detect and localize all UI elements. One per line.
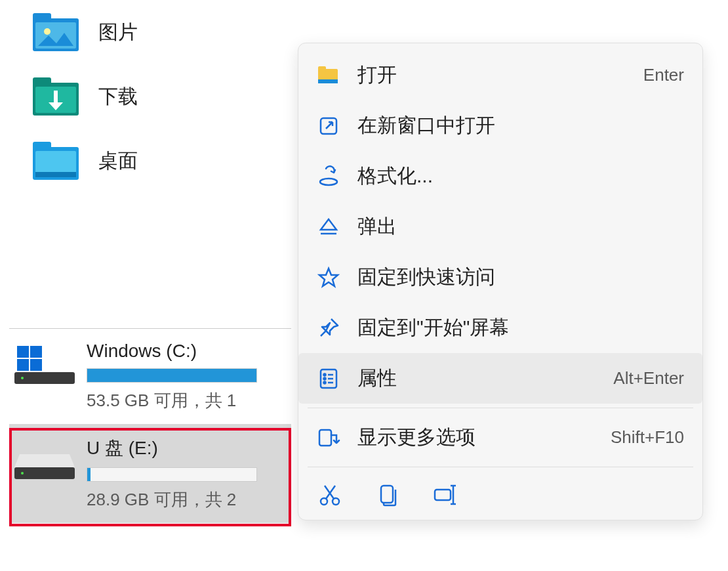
svg-rect-10 (35, 172, 76, 177)
svg-rect-21 (318, 79, 338, 83)
svg-point-18 (21, 472, 24, 475)
svg-point-27 (324, 377, 326, 379)
rename-button[interactable] (432, 482, 458, 508)
drives-section: Windows (C:) 53.5 GB 可用，共 1 U 盘 (E:) 28.… (9, 328, 291, 523)
drive-info: U 盘 (E:) 28.9 GB 可用，共 2 (87, 436, 291, 511)
drive-icon (14, 345, 75, 384)
folder-label: 图片 (98, 19, 138, 46)
svg-point-12 (21, 377, 24, 379)
sidebar-item-pictures[interactable]: 图片 (0, 0, 295, 64)
svg-point-34 (333, 498, 339, 505)
menu-label: 打开 (357, 62, 626, 89)
context-menu: 打开 Enter 在新窗口中打开 格式化... 弹出 固定到快速访问 固定到"开… (298, 43, 703, 520)
menu-shortcut: Shift+F10 (611, 427, 684, 448)
svg-rect-32 (319, 430, 331, 446)
svg-rect-13 (17, 346, 29, 358)
svg-rect-5 (33, 77, 51, 85)
svg-rect-15 (17, 359, 29, 371)
eject-icon (317, 215, 340, 239)
more-icon (317, 426, 340, 450)
svg-point-23 (320, 179, 337, 185)
svg-rect-1 (33, 13, 51, 21)
svg-point-33 (321, 498, 327, 505)
menu-label: 固定到快速访问 (357, 264, 684, 291)
svg-rect-8 (33, 142, 51, 150)
pictures-icon (33, 13, 79, 51)
sidebar: 图片 下载 桌面 (0, 0, 295, 193)
menu-shortcut: Enter (643, 65, 684, 85)
format-icon (317, 165, 340, 188)
menu-item-open-new-window[interactable]: 在新窗口中打开 (298, 100, 702, 151)
menu-label: 格式化... (357, 163, 684, 190)
svg-rect-16 (30, 359, 42, 371)
folder-label: 桌面 (98, 148, 138, 175)
menu-item-show-more[interactable]: 显示更多选项 Shift+F10 (298, 412, 702, 463)
menu-item-properties[interactable]: 属性 Alt+Enter (298, 353, 702, 404)
drive-name: U 盘 (E:) (87, 436, 291, 461)
drive-usage-bar (87, 467, 257, 482)
star-icon (317, 266, 340, 289)
properties-icon (317, 367, 340, 391)
drive-windows-c[interactable]: Windows (C:) 53.5 GB 可用，共 1 (9, 329, 291, 424)
svg-point-28 (324, 381, 326, 383)
menu-item-eject[interactable]: 弹出 (298, 201, 702, 252)
svg-point-3 (44, 28, 51, 35)
drive-usage-bar (87, 368, 257, 383)
pin-icon (317, 316, 340, 340)
menu-label: 弹出 (357, 213, 684, 240)
menu-label: 在新窗口中打开 (357, 112, 684, 139)
drive-status: 53.5 GB 可用，共 1 (87, 389, 291, 412)
drive-name: Windows (C:) (87, 341, 291, 362)
menu-item-format[interactable]: 格式化... (298, 151, 702, 201)
svg-rect-20 (318, 66, 326, 72)
folder-open-icon (317, 64, 340, 87)
svg-rect-14 (30, 346, 42, 358)
drive-status: 28.9 GB 可用，共 2 (87, 488, 291, 511)
drive-usb-e[interactable]: U 盘 (E:) 28.9 GB 可用，共 2 (9, 424, 291, 523)
menu-item-pin-start[interactable]: 固定到"开始"屏幕 (298, 303, 702, 353)
menu-shortcut: Alt+Enter (613, 368, 684, 389)
drive-info: Windows (C:) 53.5 GB 可用，共 1 (87, 341, 291, 412)
svg-rect-36 (435, 490, 451, 500)
menu-label: 固定到"开始"屏幕 (357, 314, 684, 341)
svg-rect-35 (381, 486, 393, 503)
copy-button[interactable] (374, 482, 401, 508)
menu-item-open[interactable]: 打开 Enter (298, 50, 702, 100)
menu-item-pin-quick-access[interactable]: 固定到快速访问 (298, 252, 702, 303)
menu-separator (308, 467, 693, 467)
drive-icon (14, 440, 75, 479)
menu-label: 显示更多选项 (357, 424, 594, 451)
cut-button[interactable] (317, 482, 343, 508)
downloads-icon (33, 77, 79, 116)
menu-label: 属性 (357, 365, 596, 392)
desktop-icon (33, 142, 79, 180)
new-window-icon (317, 114, 340, 138)
folder-label: 下载 (98, 83, 138, 110)
sidebar-item-downloads[interactable]: 下载 (0, 64, 295, 129)
sidebar-item-desktop[interactable]: 桌面 (0, 129, 295, 193)
svg-point-26 (324, 373, 326, 375)
menu-separator (308, 408, 693, 408)
menu-toolbar (298, 471, 702, 513)
